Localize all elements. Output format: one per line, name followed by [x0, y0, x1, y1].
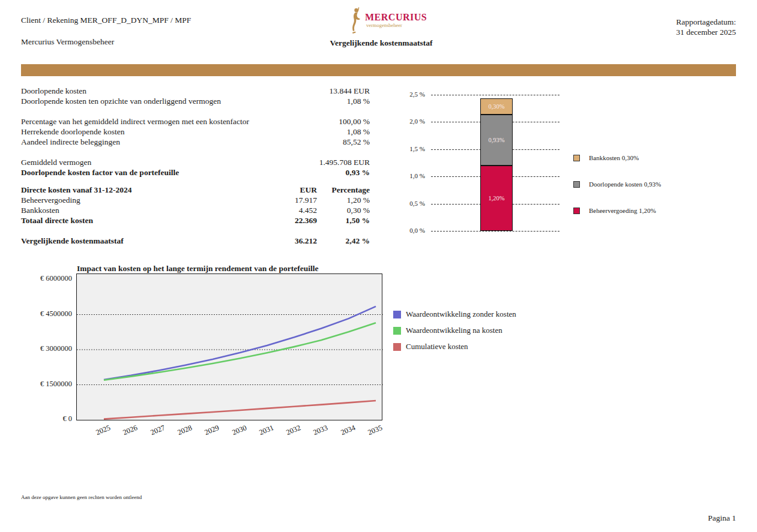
bar-ytick-label: 0,5 % [396, 200, 425, 207]
summary-row: Doorlopende kosten13.844 EUR [21, 86, 370, 96]
line-xtick-label: 2025 [89, 421, 117, 439]
line-xtick-label: 2030 [225, 421, 253, 439]
summary-row: Doorlopende kosten factor van de portefe… [21, 167, 370, 178]
line-ytick-label: € 6000000 [18, 274, 72, 283]
direct-cost-label: Directe kosten vanaf 31-12-2024 [21, 185, 266, 195]
page-number: Pagina 1 [708, 513, 736, 523]
legend-swatch-icon [393, 311, 401, 318]
line-xtick-label: 2035 [361, 421, 389, 439]
cost-impact-line-chart: Impact van kosten op het lange termijn r… [18, 263, 594, 455]
line-chart-plot-area [76, 273, 382, 420]
direct-cost-eur: 36.212 [266, 236, 317, 246]
summary-row-value: 1,08 % [347, 96, 370, 106]
line-legend-label: Waardeontwikkeling zonder kosten [406, 309, 516, 319]
line-xtick-label: 2033 [307, 421, 334, 439]
legend-swatch-icon [573, 155, 580, 161]
summary-row-label: Herrekende doorlopende kosten [21, 127, 347, 137]
client-account-line: Client / Rekening MER_OFF_D_DYN_MPF / MP… [21, 16, 191, 25]
legend-swatch-icon [573, 208, 580, 214]
section-divider-band [21, 64, 736, 76]
direct-cost-pct: 2,42 % [317, 236, 370, 246]
disclaimer-text: Aan deze opgave kunnen geen rechten word… [21, 494, 142, 500]
summary-row: Percentage van het gemiddeld indirect ve… [21, 116, 370, 127]
firm-name: Mercurius Vermogensbeheer [21, 37, 114, 47]
bar-legend-label: Bankkosten 0,30% [589, 154, 639, 161]
cost-summary-table: Doorlopende kosten13.844 EURDoorlopende … [21, 86, 370, 178]
summary-row-label: Aandeel indirecte beleggingen [21, 137, 343, 147]
line-legend-item: Waardeontwikkeling zonder kosten [393, 309, 516, 319]
report-title: Vergelijkende kostenmaatstaf [276, 38, 486, 48]
bar-legend-item: Bankkosten 0,30% [573, 154, 639, 161]
report-date-label: Rapportagedatum: [676, 17, 736, 27]
bar-ytick-label: 2,5 % [396, 91, 425, 98]
line-ytick-label: € 0 [18, 414, 72, 423]
summary-row-value: 0,93 % [346, 167, 370, 178]
direct-cost-eur: 17.917 [266, 195, 317, 205]
direct-costs-row: Vergelijkende kostenmaatstaf36.2122,42 % [21, 236, 370, 246]
summary-row-value: 85,52 % [343, 137, 370, 147]
line-ytick-label: € 3000000 [18, 344, 72, 353]
logo-tagline: vermogensbeheer [366, 22, 427, 28]
series-line-waardeontwikkeling-zonder-kosten [104, 306, 376, 380]
table-gap [21, 147, 370, 157]
bar-legend-item: Beheervergoeding 1,20% [573, 207, 656, 214]
summary-row-label: Doorlopende kosten factor van de portefe… [21, 167, 346, 178]
direct-cost-eur: 4.452 [266, 205, 317, 215]
mercury-figure-icon [348, 6, 364, 35]
line-xtick-label: 2031 [253, 421, 280, 439]
line-xtick-label: 2027 [143, 421, 171, 439]
cost-stacked-bar-chart: 0,0 %0,5 %1,0 %1,5 %2,0 %2,5 %1,20%0,93%… [396, 84, 738, 240]
line-ytick-label: € 4500000 [18, 309, 72, 318]
direct-cost-eur: 22.369 [266, 215, 317, 226]
bar-ytick-label: 1,0 % [396, 172, 425, 179]
direct-cost-pct: 0,30 % [317, 205, 370, 215]
direct-cost-label: Totaal directe kosten [21, 215, 266, 226]
line-xtick-label: 2029 [198, 421, 226, 439]
series-line-waardeontwikkeling-na-kosten [104, 323, 376, 380]
logo-wordmark: MERCURIUS [365, 12, 427, 23]
line-xtick-label: 2034 [334, 421, 361, 439]
bar-gridline [431, 231, 559, 232]
summary-row: Herrekende doorlopende kosten1,08 % [21, 127, 370, 137]
summary-row-label: Gemiddeld vermogen [21, 157, 319, 167]
table-gap [21, 106, 370, 116]
direct-costs-row: Beheervergoeding17.9171,20 % [21, 195, 370, 205]
line-xtick-label: 2028 [171, 421, 199, 439]
summary-row-value: 100,00 % [339, 116, 370, 127]
summary-row-value: 13.844 EUR [330, 86, 370, 96]
legend-swatch-icon [393, 343, 401, 351]
direct-costs-table: Directe kosten vanaf 31-12-2024EURPercen… [21, 185, 370, 246]
report-page: Client / Rekening MER_OFF_D_DYN_MPF / MP… [0, 0, 757, 532]
line-chart-title: Impact van kosten op het lange termijn r… [77, 264, 318, 273]
line-legend-item: Waardeontwikkeling na kosten [393, 326, 502, 335]
bar-segment-bankkosten: 0,30% [480, 98, 513, 115]
summary-row-label: Doorlopende kosten [21, 86, 330, 96]
line-ytick-label: € 1500000 [18, 380, 72, 389]
line-legend-label: Waardeontwikkeling na kosten [406, 326, 502, 335]
summary-row: Gemiddeld vermogen1.495.708 EUR [21, 157, 370, 167]
direct-cost-label: Bankkosten [21, 205, 266, 215]
line-legend-label: Cumulatieve kosten [406, 342, 468, 351]
direct-costs-header-row: Directe kosten vanaf 31-12-2024EURPercen… [21, 185, 370, 195]
direct-cost-pct: 1,50 % [317, 215, 370, 226]
bar-ytick-label: 2,0 % [396, 118, 425, 125]
summary-row-value: 1.495.708 EUR [319, 157, 370, 167]
bar-ytick-label: 0,0 % [396, 227, 425, 234]
line-legend-item: Cumulatieve kosten [393, 342, 468, 351]
summary-row-label: Doorlopende kosten ten opzichte van onde… [21, 96, 347, 106]
direct-cost-label: Beheervergoeding [21, 195, 266, 205]
bar-ytick-label: 1,5 % [396, 145, 425, 152]
direct-costs-row: Bankkosten4.4520,30 % [21, 205, 370, 215]
bar-gridline [431, 95, 559, 95]
summary-row: Aandeel indirecte beleggingen85,52 % [21, 137, 370, 147]
report-date-block: Rapportagedatum: 31 december 2025 [676, 17, 736, 37]
bar-legend-label: Beheervergoeding 1,20% [589, 207, 656, 214]
direct-cost-pct: 1,20 % [317, 195, 370, 205]
bar-segment-beheervergoeding: 1,20% [480, 166, 513, 231]
legend-swatch-icon [573, 181, 580, 188]
line-xtick-label: 2026 [116, 421, 144, 439]
line-chart-canvas [77, 274, 383, 421]
legend-swatch-icon [393, 327, 401, 335]
direct-cost-label: Vergelijkende kostenmaatstaf [21, 236, 266, 246]
summary-row-label: Percentage van het gemiddeld indirect ve… [21, 116, 339, 127]
